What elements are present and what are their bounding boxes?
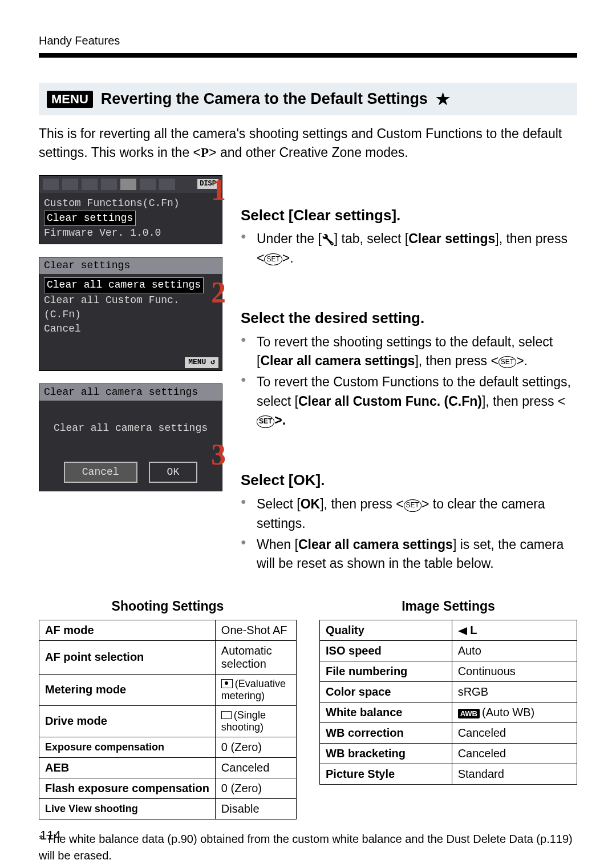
cell: Canceled	[452, 743, 577, 764]
dialog-message: Clear all camera settings	[39, 401, 222, 456]
cell: Flash exposure compensation	[39, 778, 216, 798]
cell: AF mode	[39, 620, 216, 640]
step-number: 3	[211, 440, 234, 470]
cell: Picture Style	[320, 764, 452, 784]
menu-item: Cancel	[44, 322, 217, 336]
lead-paragraph: This is for reverting all the camera's s…	[39, 124, 577, 163]
cell: WB bracketing	[320, 743, 452, 764]
cell: 0 (Zero)	[215, 737, 296, 757]
rule	[39, 53, 577, 58]
cell: AWB(Auto WB)	[452, 702, 577, 722]
cell: AF point selection	[39, 640, 216, 674]
cell: Disable	[215, 798, 296, 819]
t: (Auto WB)	[482, 706, 534, 718]
t: Clear settings	[408, 231, 495, 246]
footnote: * The white balance data (p.90) obtained…	[39, 831, 577, 864]
camera-screenshot-3: Clear all camera settings Clear all came…	[39, 383, 222, 492]
star-icon: ★	[436, 90, 450, 108]
cell: 0 (Zero)	[215, 778, 296, 798]
metering-icon	[221, 679, 233, 688]
camera-screenshot-2: Clear settings Clear all camera settings…	[39, 257, 222, 370]
t: L	[470, 624, 477, 636]
t: >.	[282, 251, 294, 265]
step-2: 2 Select the desired setting. To revert …	[240, 278, 577, 430]
menu-item: Firmware Ver. 1.0.0	[44, 226, 217, 240]
t: ], then press <	[415, 353, 498, 368]
tab-icon	[120, 179, 136, 190]
bullet: Select [OK], then press <SET> to clear t…	[241, 495, 577, 533]
bullet-arrow: When [Clear all camera settings] is set,…	[241, 535, 577, 574]
cell: WB correction	[320, 722, 452, 743]
tab-strip: DISP	[39, 176, 222, 193]
cell: Standard	[452, 764, 577, 784]
cell: Continuous	[452, 661, 577, 681]
page-title: Reverting the Camera to the Default Sett…	[101, 90, 428, 108]
tab-icon	[101, 179, 117, 190]
section-header: Handy Features	[39, 34, 577, 47]
t: Under the [	[257, 231, 322, 246]
menu-item: Custom Functions(C.Fn)	[44, 196, 217, 211]
cell: Auto	[452, 640, 577, 661]
cell: AEB	[39, 757, 216, 778]
set-icon: SET	[264, 253, 282, 265]
cell: Automatic selection	[215, 640, 296, 674]
shooting-settings-table: AF modeOne-Shot AF AF point selectionAut…	[39, 620, 297, 819]
set-icon: SET	[404, 499, 422, 511]
menu-item: Clear all Custom Func. (C.Fn)	[44, 293, 217, 322]
step-3: 3 Select [OK]. Select [OK], then press <…	[240, 440, 577, 573]
t: Clear all camera settings	[260, 353, 415, 368]
cell: Exposure compensation	[39, 737, 216, 757]
cell: One-Shot AF	[215, 620, 296, 640]
step-number: 1	[211, 175, 234, 205]
menu-back-badge: MENU ↺	[185, 357, 218, 368]
cell: (Single shooting)	[215, 705, 296, 737]
bullet: To revert the shooting settings to the d…	[241, 333, 577, 371]
cell: Canceled	[452, 722, 577, 743]
step-heading: Select [OK].	[241, 470, 577, 491]
cell: Live View shooting	[39, 798, 216, 819]
cell: Canceled	[215, 757, 296, 778]
bullet: To revert the Custom Functions to the de…	[241, 373, 577, 430]
ok-button: OK	[149, 462, 198, 483]
t: >.	[516, 353, 528, 368]
wrench-icon	[322, 231, 334, 246]
tab-icon	[43, 179, 59, 190]
t: ], then press <	[320, 496, 403, 511]
cell: sRGB	[452, 681, 577, 702]
menu-item-selected: Clear all camera settings	[44, 277, 204, 293]
cell: File numbering	[320, 661, 452, 681]
t: >.	[274, 413, 286, 427]
lead-b: > and other Creative Zone modes.	[209, 145, 408, 160]
image-settings-table: Quality L ISO speedAuto File numberingCo…	[319, 620, 577, 785]
table-title-shooting: Shooting Settings	[39, 599, 297, 614]
t: Clear all camera settings	[298, 537, 453, 552]
single-shot-icon	[221, 711, 232, 719]
tab-icon	[159, 179, 175, 190]
awb-icon: AWB	[458, 709, 480, 718]
tab-icon	[140, 179, 156, 190]
cancel-button: Cancel	[64, 462, 137, 483]
t: Clear all Custom Func. (C.Fn)	[298, 394, 482, 409]
t: ] tab, select [	[334, 231, 408, 246]
screen-title: Clear settings	[39, 257, 222, 274]
title-row: MENU Reverting the Camera to the Default…	[39, 83, 577, 115]
set-icon: SET	[257, 415, 274, 427]
cell: L	[452, 620, 577, 640]
camera-screenshot-1: DISP Custom Functions(C.Fn) Clear settin…	[39, 175, 222, 245]
menu-item-selected: Clear settings	[44, 211, 136, 226]
cell: Metering mode	[39, 674, 216, 705]
set-icon: SET	[499, 356, 516, 368]
cell: (Evaluative metering)	[215, 674, 296, 705]
p-mode: P	[201, 146, 209, 160]
cell: Drive mode	[39, 705, 216, 737]
t: Select [	[257, 496, 301, 511]
t: ], then press <	[482, 394, 565, 409]
step-1: 1 Select [Clear settings]. Under the [] …	[240, 175, 577, 268]
cell: White balance	[320, 702, 452, 722]
tab-icon	[62, 179, 78, 190]
tab-icon	[82, 179, 98, 190]
step-heading: Select the desired setting.	[241, 308, 577, 329]
t: When [	[257, 537, 298, 552]
t: OK	[301, 496, 321, 511]
menu-badge: MENU	[47, 91, 93, 108]
